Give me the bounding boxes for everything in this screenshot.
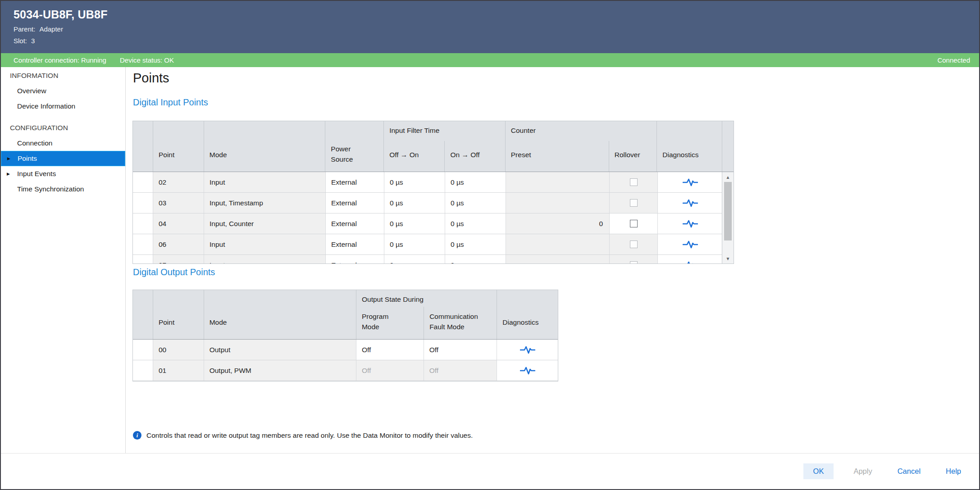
power-source-cell[interactable]: External — [325, 234, 384, 254]
filter-on-to-off-cell[interactable]: 0 µs — [445, 172, 506, 192]
row-selector-cell[interactable] — [133, 193, 153, 213]
diagnostics-cell — [657, 255, 723, 264]
row-selector-cell[interactable] — [133, 234, 153, 254]
rollover-checkbox — [630, 178, 638, 186]
mode-cell: Input, Timestamp — [204, 193, 325, 213]
mode-cell: Input — [204, 255, 325, 264]
power-source-cell[interactable]: External — [325, 193, 384, 213]
rollover-checkbox — [630, 199, 638, 207]
row-selector-cell[interactable] — [133, 340, 153, 360]
diagnostics-icon[interactable] — [683, 198, 698, 208]
help-button[interactable]: Help — [943, 463, 964, 479]
cancel-button[interactable]: Cancel — [895, 463, 923, 479]
main-content: Points Digital Input Points Point Mode P… — [126, 67, 979, 453]
mode-cell: Input — [204, 234, 325, 254]
rollover-checkbox — [630, 261, 638, 264]
digital-input-points-table: Point Mode Power Source Input Filter Tim… — [132, 121, 734, 264]
ok-button[interactable]: OK — [803, 463, 834, 479]
sidebar-item-overview[interactable]: Overview — [1, 83, 125, 99]
diagnostics-column-header: Diagnostics — [656, 121, 722, 172]
sidebar-section-information: INFORMATION — [1, 68, 125, 83]
slot-label: Slot: — [14, 37, 27, 45]
sidebar-item-label: Points — [18, 154, 37, 163]
sidebar-item-device-information[interactable]: Device Information — [1, 99, 125, 114]
diagnostics-icon[interactable] — [683, 240, 698, 250]
sidebar-item-time-synchronization[interactable]: Time Synchronization — [1, 181, 125, 197]
row-selector-cell[interactable] — [133, 172, 153, 192]
row-selector-cell[interactable] — [133, 360, 153, 381]
power-source-cell[interactable]: External — [325, 255, 384, 264]
apply-button[interactable]: Apply — [851, 463, 875, 479]
filter-on-to-off-cell[interactable]: 0 µs — [445, 213, 506, 234]
input-table-scrollbar[interactable]: ▲ ▼ — [722, 172, 734, 263]
scroll-up-icon[interactable]: ▲ — [722, 173, 734, 181]
point-cell: 01 — [153, 360, 204, 381]
counter-preset-cell — [506, 193, 609, 213]
sidebar-item-label: Input Events — [17, 170, 56, 178]
row-selector-cell[interactable] — [133, 213, 153, 234]
expand-arrow-icon: ▶ — [7, 172, 10, 176]
filter-off-to-on-cell[interactable]: 0 µs — [384, 255, 445, 264]
digital-output-points-table: Point Mode Output State During Program M… — [132, 290, 558, 381]
scroll-down-icon[interactable]: ▼ — [722, 254, 734, 263]
input-filter-time-group-header: Input Filter Time Off → On On → Off — [383, 121, 505, 172]
row-selector-header — [133, 290, 153, 339]
input-table-header: Point Mode Power Source Input Filter Tim… — [133, 121, 734, 172]
diagnostics-icon[interactable] — [683, 219, 698, 229]
info-note-text: Controls that read or write output tag m… — [146, 431, 473, 440]
filter-off-to-on-cell[interactable]: 0 µs — [384, 234, 445, 254]
diagnostics-icon[interactable] — [520, 366, 535, 376]
footer-bar: OK Apply Cancel Help — [1, 453, 979, 489]
program-mode-cell[interactable]: Off — [356, 340, 424, 360]
rollover-cell — [609, 234, 657, 254]
sidebar-item-label: Connection — [17, 139, 52, 147]
sidebar-item-points[interactable]: ▶Points — [1, 151, 125, 166]
scrollbar-thumb[interactable] — [724, 182, 732, 240]
diagnostics-icon[interactable] — [683, 260, 698, 264]
title-bar: 5034-UB8F, UB8F Parent:Adapter Slot:3 — [1, 1, 979, 53]
diagnostics-icon[interactable] — [520, 345, 535, 355]
off-to-on-column-header: Off → On — [384, 141, 444, 172]
counter-preset-cell[interactable]: 0 — [506, 213, 609, 234]
status-bar: Controller connection: Running Device st… — [1, 53, 979, 67]
point-cell: 02 — [153, 172, 204, 192]
comm-fault-mode-cell[interactable]: Off — [424, 340, 497, 360]
diagnostics-column-header: Diagnostics — [497, 290, 558, 339]
power-source-cell[interactable]: External — [325, 213, 384, 234]
diagnostics-icon[interactable] — [683, 177, 698, 187]
rollover-cell — [609, 193, 657, 213]
diagnostics-cell — [657, 193, 723, 213]
filter-on-to-off-cell[interactable]: 0 µs — [445, 234, 506, 254]
sidebar-item-connection[interactable]: Connection — [1, 136, 125, 151]
input-point-row: 03Input, TimestampExternal0 µs0 µs — [133, 193, 723, 213]
slot-value: 3 — [31, 37, 35, 45]
rollover-checkbox — [630, 240, 638, 248]
expand-arrow-icon: ▶ — [7, 156, 10, 161]
row-selector-cell[interactable] — [133, 255, 153, 264]
filter-on-to-off-cell[interactable]: 0 µs — [445, 255, 506, 264]
parent-label: Parent: — [14, 25, 35, 33]
rollover-checkbox[interactable] — [630, 220, 638, 227]
sidebar-item-label: Overview — [17, 87, 46, 95]
power-source-cell[interactable]: External — [325, 172, 384, 192]
point-cell: 03 — [153, 193, 204, 213]
parent-value: Adapter — [39, 25, 63, 33]
filter-off-to-on-cell[interactable]: 0 µs — [384, 193, 445, 213]
mode-cell: Output, PWM — [204, 360, 356, 381]
filter-on-to-off-cell[interactable]: 0 µs — [445, 193, 506, 213]
counter-group-header: Counter Preset Rollover — [505, 121, 657, 172]
rollover-cell — [609, 255, 657, 264]
on-to-off-column-header: On → Off — [444, 141, 505, 172]
filter-off-to-on-cell[interactable]: 0 µs — [384, 213, 445, 234]
mode-cell: Input, Counter — [204, 213, 325, 234]
filter-off-to-on-cell[interactable]: 0 µs — [384, 172, 445, 192]
mode-column-header: Mode — [204, 121, 325, 172]
digital-output-points-heading: Digital Output Points — [133, 267, 215, 277]
diagnostics-cell — [657, 172, 723, 192]
diagnostics-cell — [657, 213, 723, 234]
program-mode-cell: Off — [356, 360, 424, 381]
scrollbar-header-spacer — [722, 121, 734, 172]
comm-fault-mode-cell: Off — [424, 360, 497, 381]
sidebar-item-input-events[interactable]: ▶Input Events — [1, 166, 125, 181]
point-cell: 07 — [153, 255, 204, 264]
